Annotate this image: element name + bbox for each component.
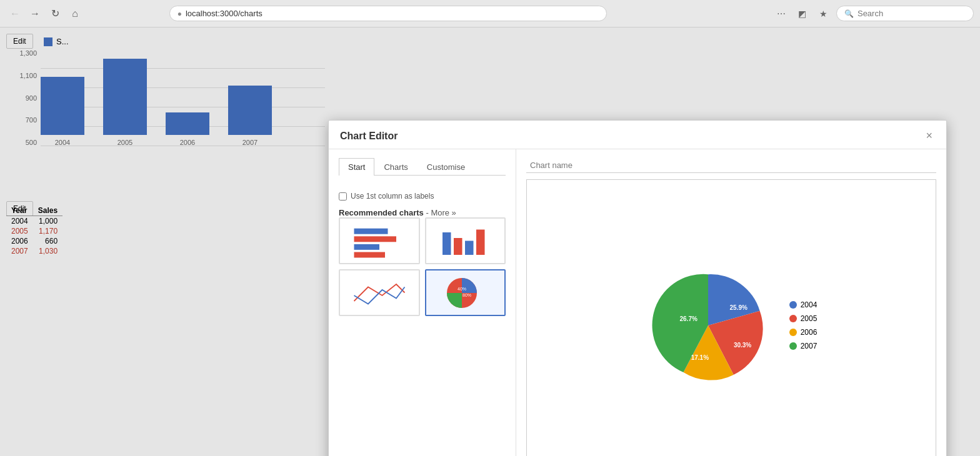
thumb-pie[interactable]: 40% 80%	[425, 269, 506, 316]
modal-header: Chart Editor ×	[329, 121, 946, 149]
svg-text:40%: 40%	[458, 287, 466, 291]
address-icon: ●	[178, 9, 182, 18]
chart-preview-area: 25.9% 30.3% 17.1% 26.7% 2004	[526, 179, 936, 456]
legend-dot-2006	[789, 329, 797, 336]
browser-right: ⋯ ◩ ★ 🔍	[772, 5, 974, 22]
legend-label-2006: 2006	[801, 328, 818, 337]
url-text: localhost:3000/charts	[186, 9, 262, 18]
more-link[interactable]: - More »	[426, 208, 456, 217]
pie-chart-svg: 25.9% 30.3% 17.1% 26.7%	[646, 263, 771, 388]
pie-chart-container: 25.9% 30.3% 17.1% 26.7% 2004	[646, 263, 818, 388]
legend-item-2005: 2005	[789, 314, 818, 323]
legend-item-2007: 2007	[789, 342, 818, 350]
legend-dot-2004	[789, 301, 797, 309]
forward-button[interactable]: →	[26, 5, 44, 22]
legend-dot-2005	[789, 315, 797, 322]
svg-rect-7	[476, 230, 485, 255]
modal-title: Chart Editor	[340, 131, 398, 142]
svg-rect-4	[442, 232, 451, 255]
thumb-vbar[interactable]	[425, 217, 506, 264]
svg-text:26.7%: 26.7%	[679, 315, 697, 322]
svg-text:17.1%: 17.1%	[691, 354, 708, 361]
svg-text:80%: 80%	[462, 293, 471, 297]
search-icon: 🔍	[844, 9, 854, 18]
legend-label-2005: 2005	[801, 314, 818, 323]
first-col-labels-label: Use 1st column as labels	[351, 192, 434, 201]
recommended-section: Recommended charts - More »	[339, 208, 506, 316]
modal-tabs: Start Charts Customise	[339, 158, 506, 176]
legend-dot-2007	[789, 342, 797, 350]
page-content: Edit S... 1,300 1,100 900 700 500 2004	[0, 27, 980, 456]
first-col-labels-checkbox[interactable]	[339, 192, 347, 201]
svg-rect-2	[354, 244, 379, 250]
legend-label-2007: 2007	[801, 342, 818, 350]
svg-text:30.3%: 30.3%	[734, 342, 751, 349]
tab-charts[interactable]: Charts	[374, 158, 417, 176]
chart-name-input[interactable]	[526, 158, 936, 173]
modal-body: Start Charts Customise Use 1st column as…	[329, 149, 946, 456]
thumb-hbar[interactable]	[339, 217, 420, 264]
svg-rect-6	[465, 241, 474, 255]
back-button[interactable]: ←	[6, 5, 24, 22]
search-input[interactable]	[858, 9, 966, 18]
pie-thumb-svg: 40% 80%	[440, 274, 490, 312]
thumb-line[interactable]	[339, 269, 420, 316]
home-button[interactable]: ⌂	[66, 5, 84, 22]
svg-rect-1	[354, 236, 396, 242]
address-bar[interactable]: ● localhost:3000/charts	[169, 6, 607, 21]
chart-thumbnails: 40% 80%	[339, 217, 506, 316]
shield-button[interactable]: ◩	[794, 5, 811, 22]
svg-rect-0	[354, 229, 388, 234]
svg-rect-5	[454, 238, 462, 255]
browser-chrome: ← → ↻ ⌂ ● localhost:3000/charts ⋯ ◩ ★ 🔍	[0, 0, 980, 27]
modal-close-button[interactable]: ×	[923, 129, 935, 142]
legend-label-2004: 2004	[801, 300, 818, 309]
star-button[interactable]: ★	[815, 5, 832, 22]
modal-left-panel: Start Charts Customise Use 1st column as…	[329, 149, 516, 456]
menu-button[interactable]: ⋯	[772, 5, 790, 22]
nav-buttons: ← → ↻ ⌂	[6, 5, 84, 22]
legend-item-2004: 2004	[789, 300, 818, 309]
svg-text:25.9%: 25.9%	[729, 304, 747, 311]
tab-customise[interactable]: Customise	[418, 158, 474, 176]
reload-button[interactable]: ↻	[46, 5, 64, 22]
recommended-label: Recommended charts - More »	[339, 208, 506, 217]
pie-legend: 2004 2005 2006	[789, 300, 818, 350]
line-svg	[351, 275, 408, 310]
chart-editor-modal: Chart Editor × Start Charts Customise Us…	[328, 120, 947, 456]
hbar-svg	[351, 224, 408, 258]
tab-start[interactable]: Start	[339, 158, 374, 176]
legend-item-2006: 2006	[789, 328, 818, 337]
first-col-labels-row: Use 1st column as labels	[339, 192, 506, 201]
search-box[interactable]: 🔍	[836, 6, 974, 21]
vbar-svg	[437, 224, 493, 258]
svg-rect-3	[354, 252, 385, 258]
modal-right-panel: 25.9% 30.3% 17.1% 26.7% 2004	[516, 149, 946, 456]
